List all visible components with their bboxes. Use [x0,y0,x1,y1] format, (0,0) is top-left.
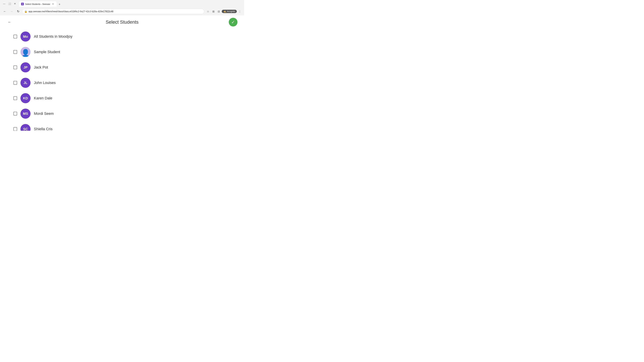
split-view-button[interactable]: ⊟ [216,9,221,14]
window-close-button[interactable]: ✕ [13,1,17,6]
student-checkbox-kd[interactable] [14,96,17,100]
avatar: 👤 [20,47,30,57]
maximize-button[interactable]: ⬜ [8,1,12,6]
tab-favicon: S [21,3,24,5]
sample-avatar-icon: 👤 [21,49,30,57]
page-title: Select Students [106,19,138,25]
more-options-button[interactable]: ⋮ [238,9,242,14]
list-item[interactable]: Mo All Students in Moodjoy [14,29,231,44]
back-nav-button[interactable]: ← [2,9,8,14]
student-name: All Students in Moodjoy [34,34,72,39]
avatar: Mo [20,31,30,41]
incognito-icon: 🕵 [224,10,226,13]
list-item[interactable]: JP Jack Pot [14,60,231,75]
student-name: Jack Pot [34,65,48,69]
avatar: JL [20,78,30,88]
list-item[interactable]: SC Shiella Cris [14,121,231,131]
page-header: ← Select Students ✓ [0,15,244,29]
new-tab-button[interactable]: + [57,2,62,7]
back-button[interactable]: ← [7,19,13,25]
avatar: KD [20,93,30,103]
confirm-button[interactable]: ✓ [229,18,238,26]
student-name: Mordi Seem [34,111,54,116]
list-item[interactable]: MS Mordi Seem [14,106,231,121]
bookmark-button[interactable]: ☆ [206,9,210,14]
nav-bar: ← → ↻ 🔒 app.seesaw.me/#/item/new/class/c… [0,7,244,15]
student-checkbox-sample[interactable] [14,50,17,54]
nav-icons: ☆ ⊞ ⊟ 🕵 Incognito ⋮ [206,9,242,14]
student-name: Karen Dale [34,96,52,100]
refresh-button[interactable]: ↻ [16,9,21,14]
student-name: Shiella Cris [34,127,52,131]
incognito-badge: 🕵 Incognito [222,10,237,13]
avatar: MS [20,109,30,119]
forward-nav-button[interactable]: → [9,9,14,14]
student-checkbox-jp[interactable] [14,65,17,69]
avatar: JP [20,62,30,72]
list-item[interactable]: KD Karen Dale [14,90,231,106]
list-item[interactable]: 👤 Sample Student [14,44,231,60]
active-tab[interactable]: S Select Students - Seesaw ✕ [19,1,56,7]
window-controls: — ⬜ ✕ [2,1,17,6]
url-display: app.seesaw.me/#/item/new/class/class.e01… [28,10,202,13]
browser-chrome: — ⬜ ✕ S Select Students - Seesaw ✕ + ← →… [0,0,244,15]
extensions-button[interactable]: ⊞ [211,9,216,14]
student-checkbox-ms[interactable] [14,112,17,115]
address-bar[interactable]: 🔒 app.seesaw.me/#/item/new/class/class.e… [22,9,204,14]
student-checkbox-sc[interactable] [14,127,17,131]
avatar: SC [20,124,30,131]
student-checkbox-all[interactable] [14,35,17,38]
student-name: Sample Student [34,50,60,54]
tab-close-button[interactable]: ✕ [52,2,54,5]
student-name: John Louises [34,81,56,85]
list-item[interactable]: JL John Louises [14,75,231,90]
minimize-button[interactable]: — [2,1,6,6]
tab-bar: S Select Students - Seesaw ✕ + [18,1,242,7]
page-content: ← Select Students ✓ Mo All Students in M… [0,15,244,131]
tab-title: Select Students - Seesaw [25,3,50,5]
student-checkbox-jl[interactable] [14,81,17,85]
student-list: Mo All Students in Moodjoy 👤 Sample Stud… [0,29,244,131]
title-bar: — ⬜ ✕ S Select Students - Seesaw ✕ + [0,0,244,7]
